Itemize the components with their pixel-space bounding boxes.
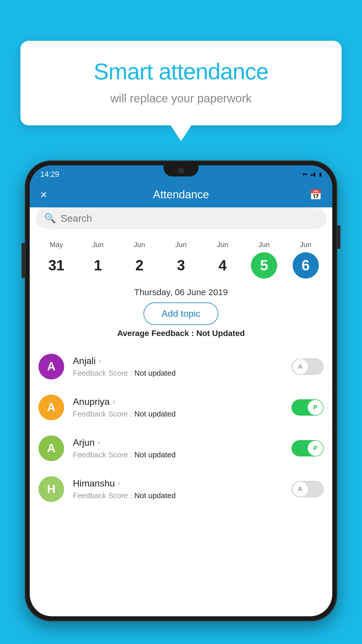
phone-screen: 14:29 ▾▾ ▴▮ ▮ × Attendance 📅 🔍 May31Jun1… [30, 165, 332, 616]
toggle-knob: P [308, 441, 323, 456]
phone-container: 14:29 ▾▾ ▴▮ ▮ × Attendance 📅 🔍 May31Jun1… [25, 160, 337, 621]
student-avatar: A [38, 435, 64, 461]
student-feedback: Feedback Score : Not updated [73, 410, 291, 419]
cal-month: Jun [92, 241, 103, 249]
cal-num: 5 [251, 252, 277, 279]
search-bar[interactable]: 🔍 [36, 207, 326, 229]
student-info: Anjali›Feedback Score : Not updated [73, 356, 291, 378]
cal-day-0[interactable]: May31 [40, 241, 72, 279]
student-list: AAnjali›Feedback Score : Not updatedAAAn… [30, 346, 332, 616]
cal-num: 4 [210, 252, 236, 279]
cal-day-5[interactable]: Jun5 [248, 241, 280, 279]
search-icon: 🔍 [44, 213, 56, 224]
calendar-strip: May31Jun1Jun2Jun3Jun4Jun5Jun6 [30, 235, 332, 284]
student-name[interactable]: Anjali› [73, 356, 291, 366]
avg-feedback-label: Average Feedback : [117, 329, 194, 338]
camera [178, 168, 184, 174]
chevron-icon: › [118, 479, 120, 487]
speech-bubble-subtitle: will replace your paperwork [44, 92, 318, 105]
cal-num: 6 [293, 252, 319, 279]
student-item-1: AAnupriya›Feedback Score : Not updatedP [30, 387, 332, 428]
speech-bubble-container: Smart attendance will replace your paper… [20, 41, 342, 125]
chevron-icon: › [98, 438, 100, 447]
toggle-knob: A [293, 359, 308, 374]
student-feedback: Feedback Score : Not updated [73, 450, 291, 459]
avg-feedback-value: Not Updated [196, 329, 245, 338]
cal-month: May [50, 241, 63, 249]
student-info: Himanshu›Feedback Score : Not updated [73, 478, 291, 500]
student-item-3: HHimanshu›Feedback Score : Not updatedA [30, 469, 332, 510]
cal-day-4[interactable]: Jun4 [207, 241, 239, 279]
student-name[interactable]: Himanshu› [73, 478, 291, 489]
close-button[interactable]: × [40, 188, 47, 201]
student-avatar: A [38, 395, 64, 420]
student-item-2: AArjun›Feedback Score : Not updatedP [30, 428, 332, 469]
cal-month: Jun [134, 241, 145, 249]
app-bar: × Attendance 📅 [30, 182, 332, 207]
search-input[interactable] [61, 213, 318, 224]
add-topic-button[interactable]: Add topic [143, 302, 218, 325]
cal-num: 2 [126, 252, 152, 279]
student-info: Anupriya›Feedback Score : Not updated [73, 396, 291, 419]
signal-icon: ▴▮ [311, 172, 316, 177]
speech-bubble: Smart attendance will replace your paper… [20, 41, 342, 125]
cal-month: Jun [175, 241, 187, 249]
cal-num: 3 [168, 252, 194, 279]
student-name[interactable]: Arjun› [73, 437, 291, 448]
cal-day-6[interactable]: Jun6 [290, 241, 322, 279]
cal-month: Jun [259, 241, 270, 249]
speech-bubble-title: Smart attendance [44, 58, 318, 85]
student-name[interactable]: Anupriya› [73, 396, 291, 407]
cal-month: Jun [300, 241, 311, 249]
student-avatar: H [38, 476, 64, 502]
wifi-icon: ▾▾ [303, 172, 307, 177]
status-time: 14:29 [40, 170, 59, 179]
avg-feedback: Average Feedback : Not Updated [30, 329, 332, 338]
calendar-icon[interactable]: 📅 [310, 189, 322, 200]
student-feedback: Feedback Score : Not updated [73, 491, 291, 500]
status-icons: ▾▾ ▴▮ ▮ [303, 172, 322, 177]
student-item-0: AAnjali›Feedback Score : Not updatedA [30, 346, 332, 387]
notch [164, 165, 198, 176]
chevron-icon: › [113, 398, 115, 406]
app-bar-title: Attendance [153, 188, 209, 201]
student-info: Arjun›Feedback Score : Not updated [73, 437, 291, 459]
cal-day-3[interactable]: Jun3 [165, 241, 197, 279]
attendance-toggle[interactable]: A [291, 481, 324, 497]
cal-day-1[interactable]: Jun1 [82, 241, 114, 279]
toggle-knob: A [293, 482, 308, 497]
cal-num: 31 [43, 252, 69, 279]
cal-month: Jun [217, 241, 228, 249]
toggle-knob: P [308, 400, 323, 415]
attendance-toggle[interactable]: P [291, 440, 324, 456]
student-avatar: A [38, 354, 64, 379]
selected-date: Thursday, 06 June 2019 [30, 287, 332, 297]
attendance-toggle[interactable]: A [291, 358, 324, 375]
battery-icon: ▮ [319, 172, 322, 177]
cal-day-2[interactable]: Jun2 [123, 241, 155, 279]
phone-outer: 14:29 ▾▾ ▴▮ ▮ × Attendance 📅 🔍 May31Jun1… [25, 160, 337, 621]
attendance-toggle[interactable]: P [291, 399, 324, 416]
cal-num: 1 [85, 252, 111, 279]
student-feedback: Feedback Score : Not updated [73, 369, 291, 378]
chevron-icon: › [99, 357, 101, 365]
